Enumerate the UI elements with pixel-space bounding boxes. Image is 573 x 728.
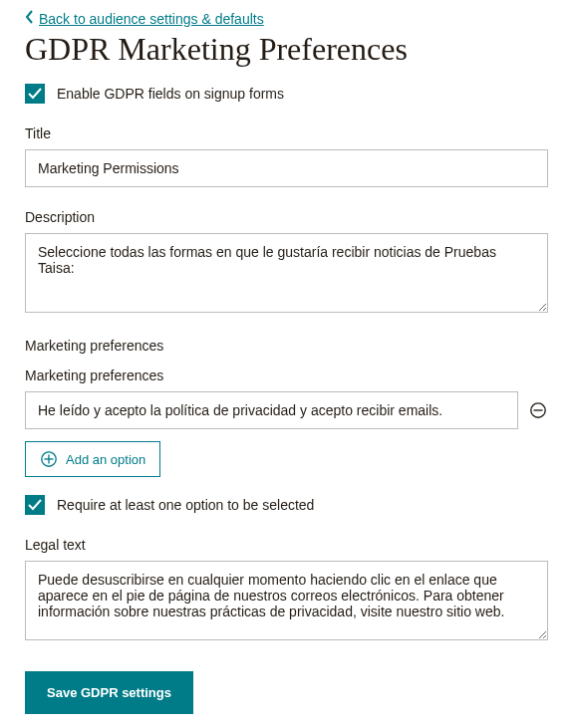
enable-gdpr-checkbox[interactable]	[25, 84, 45, 104]
title-label: Title	[25, 125, 548, 141]
marketing-option-input[interactable]	[25, 391, 518, 429]
back-link-text: Back to audience settings & defaults	[39, 11, 264, 27]
add-option-label: Add an option	[66, 452, 145, 467]
description-label: Description	[25, 209, 548, 225]
legal-label: Legal text	[25, 537, 548, 553]
check-icon	[28, 499, 42, 511]
back-link[interactable]: Back to audience settings & defaults	[25, 10, 264, 27]
chevron-left-icon	[25, 10, 35, 27]
enable-gdpr-label: Enable GDPR fields on signup forms	[57, 86, 284, 102]
page-title: GDPR Marketing Preferences	[25, 31, 548, 68]
plus-circle-icon	[40, 450, 58, 468]
remove-option-button[interactable]	[528, 400, 548, 420]
title-input[interactable]	[25, 149, 548, 187]
minus-circle-icon	[529, 401, 547, 419]
marketing-prefs-heading: Marketing preferences	[25, 338, 548, 354]
legal-textarea[interactable]	[25, 561, 548, 640]
add-option-button[interactable]: Add an option	[25, 441, 160, 477]
require-one-label: Require at least one option to be select…	[57, 497, 314, 513]
save-button[interactable]: Save GDPR settings	[25, 671, 193, 714]
require-one-checkbox[interactable]	[25, 495, 45, 515]
marketing-option-label: Marketing preferences	[25, 367, 548, 383]
description-textarea[interactable]	[25, 233, 548, 313]
check-icon	[28, 88, 42, 100]
